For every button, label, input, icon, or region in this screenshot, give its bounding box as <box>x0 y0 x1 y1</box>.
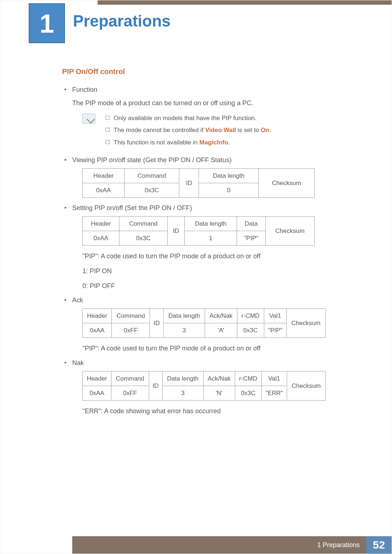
bullet-setting-label: Setting PIP on/off (Set the PIP ON / OFF… <box>72 204 192 212</box>
th-data: Data <box>237 217 265 231</box>
td-header: 0xAA <box>83 386 111 400</box>
td-command: 0xFF <box>111 386 149 400</box>
bullet-viewing: Viewing PIP on/off state (Get the PIP ON… <box>62 155 323 198</box>
th-rcmd: r-CMD <box>235 371 261 386</box>
footer-page-number: 52 <box>366 536 392 554</box>
th-header: Header <box>83 371 111 386</box>
bullet-viewing-label: Viewing PIP on/off state (Get the PIP ON… <box>72 156 232 164</box>
th-checksum: Checksum <box>287 371 326 400</box>
table-ack: Header Command ID Data length Ack/Nak r-… <box>82 308 326 338</box>
ack-desc: "PIP": A code used to turn the PIP mode … <box>82 343 323 354</box>
pip-code-desc: "PIP": A code used to turn the PIP mode … <box>82 251 323 262</box>
th-id: ID <box>179 168 199 197</box>
td-command: 0xFF <box>112 323 150 338</box>
bullet-function-label: Function <box>72 86 97 93</box>
td-acknak: 'A' <box>205 323 237 338</box>
bullet-nak-label: Nak <box>72 359 84 366</box>
footer-chapter-label: 1 Preparations <box>72 536 366 554</box>
note-item: Only available on models that have the P… <box>103 114 271 123</box>
bullet-ack: Ack Header Command ID Data length Ack/Na… <box>62 295 323 354</box>
th-command: Command <box>124 168 179 183</box>
note-icon <box>82 114 95 124</box>
th-header: Header <box>83 168 124 183</box>
table-row: Header Command ID Data length Ack/Nak r-… <box>83 309 326 323</box>
table-row: Header Command ID Data length Data Check… <box>83 217 315 231</box>
th-id: ID <box>149 371 162 400</box>
th-command: Command <box>119 217 168 231</box>
page: 1 Preparations PIP On/Off control Functi… <box>0 0 392 554</box>
table-nak: Header Command ID Data length Ack/Nak r-… <box>82 371 326 401</box>
td-val1: "ERR" <box>261 386 287 400</box>
note-item: This function is not available in MagicI… <box>103 138 271 147</box>
chapter-number-badge: 1 <box>29 3 65 43</box>
th-rcmd: r-CMD <box>237 309 264 323</box>
th-command: Command <box>112 309 150 323</box>
th-datalength: Data length <box>162 371 203 386</box>
td-rcmd: 0x3C <box>237 323 264 338</box>
td-header: 0xAA <box>83 183 124 198</box>
nak-desc: "ERR": A code showing what error has occ… <box>82 406 323 417</box>
td-val1: "PIP" <box>264 323 286 338</box>
td-header: 0xAA <box>83 323 112 338</box>
th-id: ID <box>150 309 163 338</box>
th-val1: Val1 <box>261 371 287 386</box>
td-data: "PIP" <box>237 231 265 246</box>
bullet-ack-label: Ack <box>72 296 83 304</box>
note-list: Only available on models that have the P… <box>103 114 271 150</box>
th-val1: Val1 <box>264 309 286 323</box>
pip-off-desc: 0: PIP OFF <box>82 280 323 292</box>
td-datalength: 3 <box>163 323 205 338</box>
table-row: Header Command ID Data length Ack/Nak r-… <box>83 371 326 386</box>
bullet-setting: Setting PIP on/off (Set the PIP ON / OFF… <box>62 203 323 291</box>
note-text: is set to <box>236 127 261 134</box>
content-area: PIP On/Off control Function The PIP mode… <box>62 67 323 420</box>
table-get-status: Header Command ID Data length Checksum 0… <box>82 168 315 198</box>
th-acknak: Ack/Nak <box>203 371 235 386</box>
section-heading: PIP On/Off control <box>62 67 323 76</box>
td-command: 0x3C <box>124 183 179 198</box>
note-text: . <box>269 127 271 134</box>
highlight-text: On <box>261 127 269 134</box>
td-rcmd: 0x3C <box>235 386 261 400</box>
th-id: ID <box>167 217 184 246</box>
td-datalength: 3 <box>162 386 203 400</box>
table-set-pip: Header Command ID Data length Data Check… <box>82 216 315 246</box>
note-text: The mode cannot be controlled if <box>114 127 205 134</box>
th-datalength: Data length <box>184 217 237 231</box>
chapter-title: Preparations <box>73 12 171 30</box>
pip-on-desc: 1: PIP ON <box>82 266 323 277</box>
bullet-function: Function The PIP mode of a product can b… <box>62 85 323 150</box>
th-header: Header <box>83 217 119 231</box>
th-command: Command <box>111 371 149 386</box>
highlight-text: Video Wall <box>205 127 236 134</box>
note-text: . <box>228 139 230 146</box>
note-text: This function is not available in <box>114 139 199 146</box>
td-command: 0x3C <box>119 231 168 246</box>
th-datalength: Data length <box>199 168 259 183</box>
note-block: Only available on models that have the P… <box>82 114 323 150</box>
table-row: Header Command ID Data length Checksum <box>83 168 315 183</box>
th-checksum: Checksum <box>258 168 314 197</box>
td-datalength: 0 <box>199 183 259 198</box>
bullet-list: Function The PIP mode of a product can b… <box>62 85 323 417</box>
note-item: The mode cannot be controlled if Video W… <box>103 126 271 135</box>
td-datalength: 1 <box>184 231 237 246</box>
th-acknak: Ack/Nak <box>205 309 237 323</box>
bullet-nak: Nak Header Command ID Data length Ack/Na… <box>62 358 323 417</box>
page-footer: 1 Preparations 52 <box>0 536 392 554</box>
th-header: Header <box>83 309 112 323</box>
top-decor-bar <box>98 0 392 5</box>
highlight-text: MagicInfo <box>199 139 228 146</box>
td-header: 0xAA <box>83 231 119 246</box>
td-acknak: 'N' <box>203 386 235 400</box>
th-checksum: Checksum <box>265 217 314 246</box>
th-checksum: Checksum <box>286 309 325 338</box>
bullet-function-desc: The PIP mode of a product can be turned … <box>72 98 323 108</box>
th-datalength: Data length <box>163 309 205 323</box>
